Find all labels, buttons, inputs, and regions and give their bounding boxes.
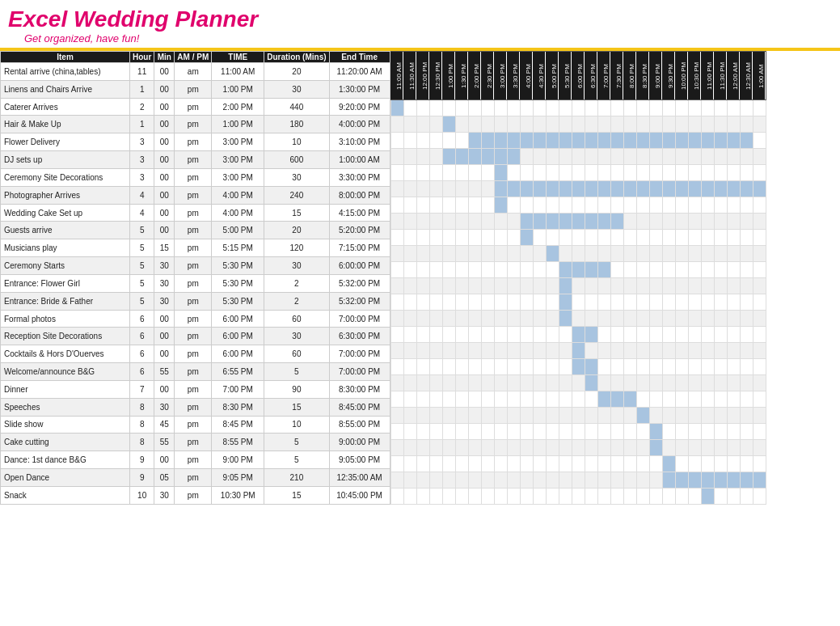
table-row: Dance: 1st dance B&G900pm9:00 PM59:05:00… bbox=[1, 451, 390, 469]
col-ampm: AM / PM bbox=[175, 52, 212, 63]
gantt-time-header: 2:30 PM bbox=[481, 52, 494, 100]
gantt-time-header: 8:30 PM bbox=[636, 52, 649, 100]
table-row: Ceremony Site Decorations300pm3:00 PM303… bbox=[1, 168, 390, 186]
data-table: Item Hour Min AM / PM TIME Duration (Min… bbox=[0, 51, 390, 505]
col-time: TIME bbox=[212, 52, 264, 63]
gantt-row bbox=[390, 472, 766, 489]
table-row: Flower Delivery300pm3:00 PM103:10:00 PM bbox=[1, 133, 390, 151]
col-duration: Duration (Mins) bbox=[264, 52, 329, 63]
table-row: Caterer Arrives200pm2:00 PM4409:20:00 PM bbox=[1, 98, 390, 116]
header: Excel Wedding Planner Get organized, hav… bbox=[0, 0, 840, 49]
gantt-row bbox=[390, 359, 766, 375]
gantt-time-header: 2:00 PM bbox=[468, 52, 481, 100]
gantt-time-header: 12:30 AM bbox=[740, 52, 753, 100]
table-row: Rental arrive (china,tables)1100am11:00 … bbox=[1, 63, 390, 81]
gantt-row bbox=[390, 375, 766, 391]
gantt-time-header: 4:00 PM bbox=[520, 52, 533, 100]
gantt-row bbox=[390, 214, 766, 230]
gantt-row bbox=[390, 311, 766, 327]
gantt-row bbox=[390, 278, 766, 294]
gantt-time-header: 9:00 PM bbox=[649, 52, 662, 100]
gantt-row bbox=[390, 456, 766, 472]
gantt-row bbox=[390, 116, 766, 133]
table-row: Open Dance905pm9:05 PM21012:35:00 AM bbox=[1, 469, 390, 487]
col-min: Min bbox=[154, 52, 175, 63]
gantt-row bbox=[390, 391, 766, 408]
gantt-row bbox=[390, 230, 766, 246]
table-row: Linens and Chairs Arrive100pm1:00 PM301:… bbox=[1, 80, 390, 98]
table-row: Photographer Arrives400pm4:00 PM2408:00:… bbox=[1, 186, 390, 204]
gantt-time-header: 1:00 AM bbox=[753, 52, 766, 100]
gantt-time-header: 6:00 PM bbox=[572, 52, 585, 100]
gantt-row bbox=[390, 408, 766, 424]
main-content: Item Hour Min AM / PM TIME Duration (Min… bbox=[0, 49, 840, 505]
col-item: Item bbox=[1, 52, 130, 63]
gantt-time-header: 12:00 PM bbox=[416, 52, 429, 100]
gantt-time-header: 4:30 PM bbox=[533, 52, 546, 100]
table-row: Cocktails & Hors D'Ouerves600pm6:00 PM60… bbox=[1, 345, 390, 363]
table-row: Formal photos600pm6:00 PM607:00:00 PM bbox=[1, 310, 390, 328]
table-row: Welcome/announce B&G655pm6:55 PM57:00:00… bbox=[1, 363, 390, 381]
gantt-row bbox=[390, 197, 766, 214]
app-title: Excel Wedding Planner bbox=[8, 6, 832, 32]
gantt-time-header: 9:30 PM bbox=[662, 52, 675, 100]
app-subtitle: Get organized, have fun! bbox=[24, 32, 832, 44]
gantt-row bbox=[390, 489, 766, 505]
table-row: Dinner700pm7:00 PM908:30:00 PM bbox=[1, 380, 390, 398]
gantt-time-header: 1:30 PM bbox=[455, 52, 468, 100]
gantt-row bbox=[390, 294, 766, 311]
gantt-table: 11:00 AM11:30 AM12:00 PM12:30 PM1:00 PM1… bbox=[390, 51, 766, 505]
gantt-time-header: 5:30 PM bbox=[559, 52, 572, 100]
table-row: Wedding Cake Set up400pm4:00 PM154:15:00… bbox=[1, 204, 390, 222]
gantt-row bbox=[390, 133, 766, 149]
gantt-time-header: 11:00 AM bbox=[390, 52, 403, 100]
gantt-row bbox=[390, 262, 766, 278]
table-row: Speeches830pm8:30 PM158:45:00 PM bbox=[1, 398, 390, 416]
gantt-time-header: 11:00 PM bbox=[701, 52, 714, 100]
table-row: Slide show845pm8:45 PM108:55:00 PM bbox=[1, 416, 390, 434]
table-row: DJ sets up300pm3:00 PM6001:00:00 AM bbox=[1, 151, 390, 169]
gantt-row bbox=[390, 424, 766, 440]
gantt-time-header: 3:00 PM bbox=[494, 52, 507, 100]
table-row: Guests arrive500pm5:00 PM205:20:00 PM bbox=[1, 222, 390, 239]
gantt-time-header: 6:30 PM bbox=[585, 52, 597, 100]
gantt-time-header: 5:00 PM bbox=[546, 52, 559, 100]
gantt-time-header: 11:30 PM bbox=[714, 52, 727, 100]
table-row: Musicians play515pm5:15 PM1207:15:00 PM bbox=[1, 239, 390, 257]
gantt-time-header: 7:00 PM bbox=[597, 52, 610, 100]
app-container: Excel Wedding Planner Get organized, hav… bbox=[0, 0, 840, 505]
gantt-row bbox=[390, 149, 766, 165]
gantt-time-header: 3:30 PM bbox=[507, 52, 520, 100]
table-row: Entrance: Bride & Father530pm5:30 PM25:3… bbox=[1, 292, 390, 310]
table-row: Hair & Make Up100pm1:00 PM1804:00:00 PM bbox=[1, 116, 390, 133]
gantt-row bbox=[390, 343, 766, 359]
gantt-time-header: 10:30 PM bbox=[688, 52, 701, 100]
table-row: Ceremony Starts530pm5:30 PM306:00:00 PM bbox=[1, 257, 390, 275]
gantt-row bbox=[390, 246, 766, 262]
col-hour: Hour bbox=[130, 52, 154, 63]
table-row: Cake cutting855pm8:55 PM59:00:00 PM bbox=[1, 434, 390, 451]
gantt-row bbox=[390, 165, 766, 181]
gantt-row bbox=[390, 440, 766, 456]
gantt-row bbox=[390, 327, 766, 343]
gantt-row bbox=[390, 181, 766, 197]
table-row: Entrance: Flower Girl530pm5:30 PM25:32:0… bbox=[1, 274, 390, 292]
col-endtime: End Time bbox=[329, 52, 390, 63]
gantt-time-header: 8:00 PM bbox=[623, 52, 636, 100]
gantt-chart: 11:00 AM11:30 AM12:00 PM12:30 PM1:00 PM1… bbox=[390, 51, 840, 505]
gantt-time-header: 11:30 AM bbox=[403, 52, 416, 100]
gantt-time-header: 10:00 PM bbox=[675, 52, 688, 100]
gantt-time-header: 7:30 PM bbox=[610, 52, 623, 100]
gantt-time-header: 1:00 PM bbox=[442, 52, 455, 100]
gantt-row bbox=[390, 100, 766, 116]
table-row: Snack1030pm10:30 PM1510:45:00 PM bbox=[1, 486, 390, 504]
gantt-time-header: 12:30 PM bbox=[429, 52, 442, 100]
gantt-time-header: 12:00 AM bbox=[727, 52, 740, 100]
table-row: Reception Site Decorations600pm6:00 PM30… bbox=[1, 328, 390, 345]
